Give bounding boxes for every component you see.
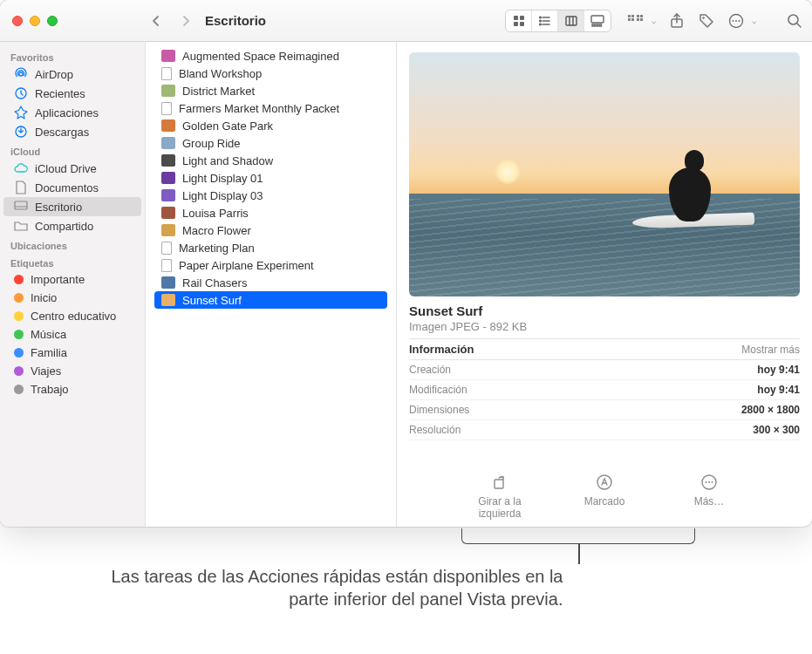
minimize-window-button[interactable] xyxy=(30,16,40,26)
search-button[interactable] xyxy=(786,12,803,30)
sidebar-item-airdrop[interactable]: AirDrop xyxy=(3,65,141,84)
info-value: 2800 × 1800 xyxy=(741,404,800,416)
file-row[interactable]: Light Display 03 xyxy=(154,187,387,204)
action-menu-button[interactable] xyxy=(727,12,745,30)
svg-rect-2 xyxy=(514,22,518,26)
file-thumbnail-icon xyxy=(161,137,175,149)
sidebar-item-label: Familia xyxy=(31,346,67,359)
file-row[interactable]: Golden Gate Park xyxy=(154,117,387,134)
show-more-button[interactable]: Mostrar más xyxy=(741,344,800,356)
chevron-down-icon: ⌵ xyxy=(752,17,756,25)
svg-point-26 xyxy=(702,17,704,18)
sidebar-item-documentos[interactable]: Documentos xyxy=(3,178,141,197)
sidebar-item-aplicaciones[interactable]: Aplicaciones xyxy=(3,103,141,122)
file-row[interactable]: Group Ride xyxy=(154,134,387,152)
svg-rect-21 xyxy=(637,15,639,17)
forward-button[interactable] xyxy=(179,14,193,28)
file-name: Light and Shadow xyxy=(182,154,273,167)
file-thumbnail-icon xyxy=(161,294,175,306)
file-thumbnail-icon xyxy=(161,189,175,201)
svg-rect-24 xyxy=(640,18,643,21)
quick-action-rotate-left[interactable]: Girar a la izquierda xyxy=(465,473,535,520)
sidebar-item-importante[interactable]: Importante xyxy=(3,270,141,289)
back-button[interactable] xyxy=(149,14,163,28)
tags-button[interactable] xyxy=(698,12,715,30)
svg-rect-0 xyxy=(514,16,518,20)
airdrop-icon xyxy=(14,67,28,81)
window-controls xyxy=(0,16,146,26)
file-row[interactable]: Augmented Space Reimagined xyxy=(154,47,387,65)
file-row[interactable]: Marketing Plan xyxy=(154,239,387,256)
gallery-view-button[interactable] xyxy=(584,10,611,31)
sidebar-item-viajes[interactable]: Viajes xyxy=(3,362,141,380)
sidebar-item-descargas[interactable]: Descargas xyxy=(3,122,141,141)
zoom-window-button[interactable] xyxy=(47,16,58,26)
icon-view-button[interactable] xyxy=(506,10,532,31)
sidebar-item-familia[interactable]: Familia xyxy=(3,344,141,362)
file-row[interactable]: Farmers Market Monthly Packet xyxy=(154,99,387,117)
file-row[interactable]: Paper Airplane Experiment xyxy=(154,256,387,274)
preview-title: Sunset Surf xyxy=(409,303,800,318)
titlebar: Escritorio ⌵ ⌵ xyxy=(0,0,812,42)
file-row[interactable]: Macro Flower xyxy=(154,221,387,239)
svg-rect-36 xyxy=(15,201,27,209)
file-row[interactable]: Louisa Parris xyxy=(154,204,387,221)
tag-dot-icon xyxy=(14,366,24,376)
svg-point-43 xyxy=(712,481,713,483)
file-row[interactable]: Bland Workshop xyxy=(154,65,387,82)
file-name: Light Display 01 xyxy=(182,172,263,185)
svg-rect-16 xyxy=(599,24,602,26)
file-row[interactable]: Rail Chasers xyxy=(154,274,387,291)
sidebar-item-recientes[interactable]: Recientes xyxy=(3,84,141,103)
file-row[interactable]: Light Display 01 xyxy=(154,169,387,187)
list-view-button[interactable] xyxy=(532,10,558,31)
info-heading: Información xyxy=(409,343,474,356)
share-button[interactable] xyxy=(668,12,686,30)
file-name: Sunset Surf xyxy=(182,294,242,307)
tag-dot-icon xyxy=(14,330,24,339)
groupby-button[interactable] xyxy=(627,12,645,30)
sidebar-item-label: Inicio xyxy=(31,291,57,304)
cloud-icon xyxy=(14,161,28,175)
quick-actions: Girar a la izquierdaMarcadoMás… xyxy=(409,460,800,520)
info-row: Creaciónhoy 9:41 xyxy=(409,360,800,380)
sidebar-item-label: iCloud Drive xyxy=(35,162,97,175)
svg-point-33 xyxy=(19,72,23,76)
tag-dot-icon xyxy=(14,348,24,358)
file-thumbnail-icon xyxy=(161,85,175,97)
sidebar-item-icloud-drive[interactable]: iCloud Drive xyxy=(3,159,141,178)
sidebar-item-música[interactable]: Música xyxy=(3,325,141,344)
file-name: Rail Chasers xyxy=(182,276,247,290)
file-thumbnail-icon xyxy=(161,67,172,80)
quick-action-markup[interactable]: Marcado xyxy=(570,473,639,520)
sidebar-item-label: Trabajo xyxy=(31,383,69,396)
sidebar-item-label: Descargas xyxy=(35,126,89,139)
svg-rect-14 xyxy=(592,24,595,26)
svg-rect-10 xyxy=(566,17,577,25)
caption-text: Las tareas de las Acciones rápidas están… xyxy=(75,565,563,610)
file-name: Group Ride xyxy=(182,137,240,150)
info-row: Modificaciónhoy 9:41 xyxy=(409,380,800,400)
info-key: Resolución xyxy=(409,424,461,436)
sidebar-item-trabajo[interactable]: Trabajo xyxy=(3,380,141,399)
svg-point-7 xyxy=(539,17,541,18)
sidebar-item-escritorio[interactable]: Escritorio xyxy=(3,197,141,216)
sidebar-item-label: Documentos xyxy=(35,181,99,194)
svg-point-29 xyxy=(735,20,737,22)
sidebar-heading: Etiquetas xyxy=(0,253,145,270)
file-row[interactable]: Sunset Surf xyxy=(154,291,387,309)
file-row[interactable]: Light and Shadow xyxy=(154,152,387,169)
info-key: Creación xyxy=(409,364,451,376)
sidebar-item-inicio[interactable]: Inicio xyxy=(3,289,141,307)
info-row: Dimensiones2800 × 1800 xyxy=(409,400,800,420)
sidebar-item-centro-educativo[interactable]: Centro educativo xyxy=(3,307,141,325)
quick-action-label: Girar a la izquierda xyxy=(465,495,535,520)
preview-image xyxy=(409,52,800,296)
close-window-button[interactable] xyxy=(12,16,23,26)
file-row[interactable]: District Market xyxy=(154,82,387,99)
more-icon xyxy=(699,473,719,492)
sidebar-item-label: Importante xyxy=(31,273,85,286)
quick-action-more[interactable]: Más… xyxy=(674,473,744,520)
sidebar-item-compartido[interactable]: Compartido xyxy=(3,216,141,235)
column-view-button[interactable] xyxy=(558,10,584,31)
